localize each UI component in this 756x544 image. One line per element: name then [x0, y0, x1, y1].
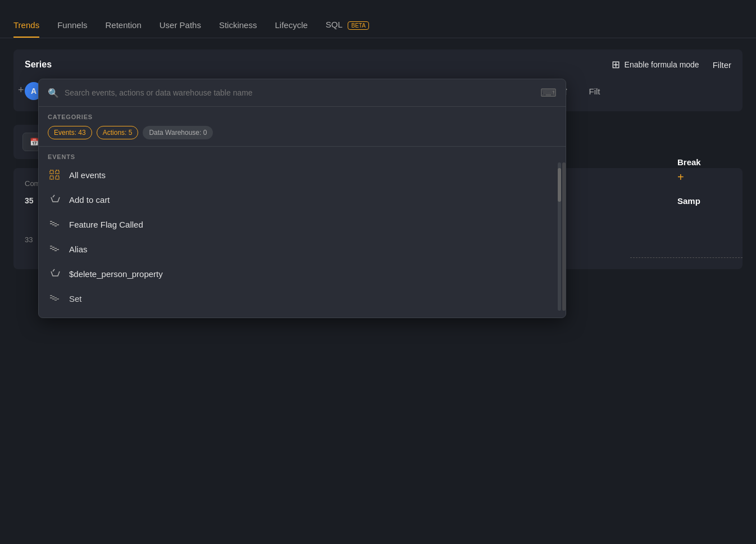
chart-icon: 📅: [30, 138, 39, 146]
event-search-dropdown: 🔍 ⌨ CATEGORIES Events: 43 Actions: 5 Dat…: [38, 79, 566, 318]
nav-item-sql[interactable]: SQL BETA: [326, 20, 369, 38]
events-section-label: EVENTS: [39, 153, 566, 160]
all-events-icon: [48, 168, 61, 182]
event-name-label: Set: [69, 294, 82, 303]
nav-item-retention[interactable]: Retention: [106, 20, 142, 38]
delete-person-icon: [48, 267, 61, 280]
set-icon: [48, 292, 61, 305]
add-series-button[interactable]: +: [16, 82, 26, 98]
sample-section: Samp: [677, 196, 745, 206]
svg-rect-3: [56, 176, 59, 179]
breakdown-add-button[interactable]: +: [677, 171, 684, 183]
alias-icon: [48, 242, 61, 256]
list-item[interactable]: Feature Flag Called: [39, 212, 566, 237]
events-section: EVENTS All events: [39, 147, 566, 318]
nav-item-stickiness[interactable]: Stickiness: [219, 20, 257, 38]
value-35: 35: [25, 196, 34, 205]
list-item[interactable]: Set: [39, 286, 566, 311]
event-name-label: All events: [69, 170, 106, 180]
keyboard-icon: ⌨: [540, 86, 557, 99]
list-item[interactable]: All events: [39, 162, 566, 187]
categories-label: CATEGORIES: [48, 114, 557, 120]
search-bar: 🔍 ⌨: [39, 79, 566, 107]
scrollbar-track[interactable]: [558, 162, 561, 311]
beta-badge: BETA: [348, 21, 368, 30]
formula-icon: ⊞: [612, 58, 620, 71]
add-to-cart-icon: [48, 193, 61, 206]
actions-filter-tag[interactable]: Actions: 5: [97, 126, 139, 139]
feature-flag-icon: [48, 217, 61, 231]
search-input[interactable]: [65, 88, 535, 97]
svg-rect-1: [56, 170, 59, 174]
categories-section: CATEGORIES Events: 43 Actions: 5 Data Wa…: [39, 107, 566, 147]
event-name-label: Feature Flag Called: [69, 220, 143, 229]
nav-item-trends[interactable]: Trends: [13, 20, 39, 38]
enable-formula-mode-button[interactable]: ⊞ Enable formula mode: [612, 58, 699, 71]
events-list: All events Add to cart: [39, 162, 566, 311]
dashed-line: [630, 257, 743, 258]
series-panel: Series ⊞ Enable formula mode Filter + A …: [13, 49, 743, 111]
nav-item-userpaths[interactable]: User Paths: [160, 20, 201, 38]
svg-rect-2: [50, 176, 53, 179]
nav-item-lifecycle[interactable]: Lifecycle: [275, 20, 307, 38]
series-title: Series: [25, 60, 52, 70]
search-icon: 🔍: [48, 88, 59, 98]
filter-right-label: Filt: [589, 87, 600, 96]
breakdown-section: Break +: [677, 157, 745, 183]
sample-title: Samp: [677, 196, 745, 206]
category-tags: Events: 43 Actions: 5 Data Warehouse: 0: [48, 126, 557, 139]
top-navigation: Trends Funnels Retention User Paths Stic…: [0, 0, 756, 38]
filter-label: Filter: [713, 60, 731, 70]
list-item[interactable]: Add to cart: [39, 187, 566, 212]
svg-rect-0: [50, 170, 53, 174]
series-header: Series ⊞ Enable formula mode Filter: [25, 58, 731, 71]
event-name-label: Add to cart: [69, 195, 110, 205]
scrollbar-thumb[interactable]: [558, 168, 561, 202]
breakdown-title: Break: [677, 157, 745, 167]
series-header-right: ⊞ Enable formula mode Filter: [612, 58, 731, 71]
formula-mode-label: Enable formula mode: [625, 60, 699, 69]
list-item[interactable]: $delete_person_property: [39, 261, 566, 286]
events-filter-tag[interactable]: Events: 43: [48, 126, 92, 139]
event-name-label: Alias: [69, 244, 88, 254]
right-side-panel: Break + Samp: [666, 157, 756, 206]
value-33: 33: [25, 235, 33, 244]
list-item[interactable]: Alias: [39, 237, 566, 261]
event-name-label: $delete_person_property: [69, 269, 163, 279]
data-warehouse-filter-tag[interactable]: Data Warehouse: 0: [143, 126, 213, 139]
nav-item-funnels[interactable]: Funnels: [57, 20, 87, 38]
